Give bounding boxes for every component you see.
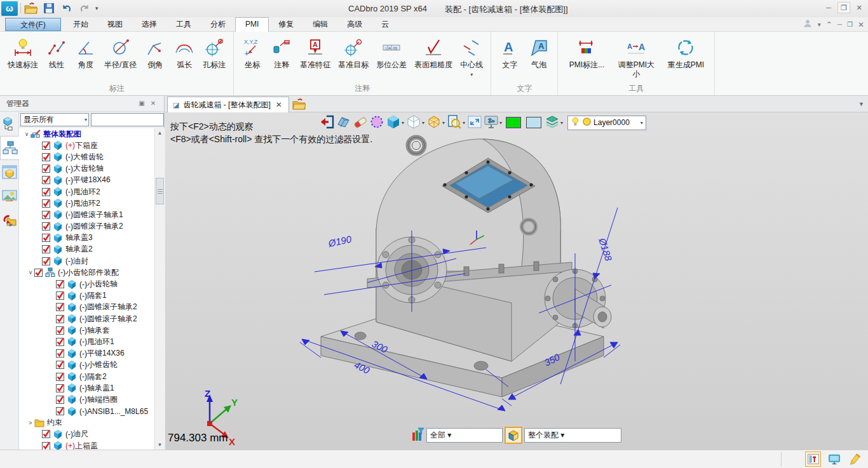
- tree-row[interactable]: (-)轴承套: [19, 324, 154, 336]
- ribbon-button-注释[interactable]: 注释: [267, 34, 296, 72]
- save-button[interactable]: [42, 1, 56, 15]
- menu-tab-分析[interactable]: 分析: [201, 17, 235, 32]
- tree-row[interactable]: (-)大锥齿轮: [19, 151, 154, 163]
- tree-checkbox[interactable]: [56, 338, 64, 346]
- ribbon-button-线性[interactable]: 线性: [42, 34, 71, 72]
- menu-tab-PMI[interactable]: PMI: [235, 17, 269, 32]
- ribbon-button-表面粗糙度[interactable]: 表面粗糙度: [410, 34, 456, 72]
- open-file-button[interactable]: [292, 98, 308, 110]
- tree-row[interactable]: 轴承盖2: [19, 244, 154, 255]
- tree-checkbox[interactable]: [56, 326, 64, 335]
- tab-close-icon[interactable]: ✕: [275, 100, 283, 109]
- app-logo-icon[interactable]: ω: [1, 1, 18, 16]
- menu-tab-高级[interactable]: 高级: [337, 17, 372, 32]
- doc-minimize-button[interactable]: ─: [837, 21, 842, 28]
- tree-checkbox[interactable]: [34, 269, 43, 277]
- gear-reducer-model[interactable]: Ø190 Ø188 300 400 350: [165, 112, 868, 450]
- panel-float-button[interactable]: ▣: [137, 99, 146, 108]
- ribbon-button-气泡[interactable]: A气泡: [524, 34, 553, 72]
- tree-row[interactable]: >约束: [19, 417, 154, 429]
- collapse-ribbon-icon[interactable]: ⌃: [826, 20, 832, 29]
- manager-tab-image-export[interactable]: [0, 184, 19, 208]
- restore-button[interactable]: ❐: [837, 2, 850, 13]
- tree-checkbox[interactable]: [42, 176, 50, 184]
- redo-button[interactable]: [78, 1, 92, 15]
- tree-checkbox[interactable]: [56, 384, 64, 392]
- ribbon-button-重生成PMI[interactable]: 重生成PMI: [661, 34, 710, 72]
- doc-close-button[interactable]: ✕: [858, 20, 864, 29]
- tree-row[interactable]: (-)油封: [19, 255, 154, 267]
- tree-checkbox[interactable]: [56, 407, 64, 415]
- tree-row[interactable]: (-)圆锥滚子轴承2: [19, 313, 154, 324]
- scope-dropdown[interactable]: 整个装配 ▾: [524, 428, 621, 443]
- filter-icon[interactable]: [412, 427, 424, 444]
- tree-row[interactable]: (-)轴承盖1: [19, 382, 154, 394]
- tree-row[interactable]: (-)轴端挡圈: [19, 394, 154, 405]
- tree-checkbox[interactable]: [56, 349, 64, 358]
- user-account-icon[interactable]: [803, 18, 813, 30]
- tree-row[interactable]: (-)圆锥滚子轴承1: [19, 209, 154, 220]
- scrollbar-thumb[interactable]: [156, 178, 164, 204]
- tree-row[interactable]: (-)ANSIB1..._M8L65: [19, 406, 154, 417]
- manager-tab-part-tree[interactable]: [0, 112, 19, 136]
- menu-tab-云[interactable]: 云: [372, 17, 398, 32]
- document-tab[interactable]: ◪ 齿轮减速箱 - [整体装配图] ✕: [167, 97, 289, 112]
- tree-scrollbar[interactable]: ▲ ▼: [154, 128, 165, 450]
- tree-row[interactable]: (-)隔套1: [19, 290, 154, 302]
- ribbon-button-孔标注[interactable]: 孔标注: [199, 34, 229, 72]
- manager-tab-assembly-tree[interactable]: [0, 136, 19, 160]
- tree-row[interactable]: (-)小锥齿轮: [19, 359, 154, 371]
- ribbon-button-基准特征[interactable]: A基准特征: [296, 34, 334, 72]
- close-button[interactable]: ✕: [853, 2, 865, 13]
- tree-row[interactable]: (-)平键14X36: [19, 348, 154, 359]
- scroll-down-icon[interactable]: ▼: [155, 440, 165, 450]
- tree-row[interactable]: (-)油尺: [19, 429, 154, 440]
- minimize-button[interactable]: ─: [822, 2, 835, 13]
- tree-row[interactable]: (-)甩油环2: [19, 186, 154, 197]
- tree-root-row[interactable]: ∨整体装配图: [19, 128, 154, 140]
- menu-tab-选择[interactable]: 选择: [132, 17, 166, 32]
- menu-tab-修复[interactable]: 修复: [269, 17, 303, 32]
- entity-filter-dropdown[interactable]: 全部 ▾: [426, 428, 503, 443]
- ribbon-button-弧长[interactable]: 弧长: [170, 34, 199, 72]
- tree-checkbox[interactable]: [56, 315, 64, 323]
- ribbon-button-PMI标注...[interactable]: PMI标注...: [562, 34, 611, 72]
- menu-tab-工具[interactable]: 工具: [166, 17, 201, 32]
- viewport-3d[interactable]: 按下<F2>动态的观察 <F8>或者<Shift-roll> 查找下一个有效的过…: [165, 112, 868, 450]
- quickaccess-caret-icon[interactable]: ▾: [95, 5, 98, 11]
- tree-row[interactable]: (-)小齿轮轴: [19, 278, 154, 290]
- tree-row[interactable]: (-)甩油环1: [19, 336, 154, 347]
- tree-checkbox[interactable]: [42, 211, 50, 219]
- tree-row[interactable]: (+)下箱座: [19, 140, 154, 151]
- tree-checkbox[interactable]: [56, 303, 64, 311]
- tree-checkbox[interactable]: [42, 234, 50, 242]
- statusbar-toolbox-button[interactable]: [805, 451, 821, 467]
- expander-open-icon[interactable]: ∨: [23, 131, 31, 137]
- ribbon-button-文字[interactable]: A文字: [495, 34, 524, 72]
- doc-restore-button[interactable]: ❐: [847, 21, 853, 28]
- tree-row[interactable]: (-)圆锥滚子轴承2: [19, 221, 154, 232]
- tree-checkbox[interactable]: [42, 199, 50, 208]
- ribbon-button-基准目标[interactable]: 基准目标: [334, 34, 372, 72]
- tree-search-input[interactable]: [91, 113, 164, 126]
- menu-tab-编辑[interactable]: 编辑: [303, 17, 337, 32]
- manager-tab-view-cube[interactable]: [0, 160, 19, 184]
- menu-tab-视图[interactable]: 视图: [98, 17, 132, 32]
- tree-checkbox[interactable]: [42, 430, 50, 438]
- tree-row[interactable]: (-)平键18X46: [19, 175, 154, 186]
- ribbon-button-坐标[interactable]: X,Y,Z+坐标: [238, 34, 267, 72]
- tree-checkbox[interactable]: [56, 280, 64, 288]
- ribbon-button-形位公差[interactable]: ⊥A.01形位公差: [372, 34, 410, 72]
- statusbar-monitor-button[interactable]: [826, 451, 842, 467]
- ribbon-button-快速标注[interactable]: 快速标注: [4, 34, 42, 72]
- tree-row[interactable]: ∨(-)小齿轮部件装配: [19, 267, 154, 278]
- tree-row[interactable]: (-)圆锥滚子轴承2: [19, 302, 154, 313]
- tree-checkbox[interactable]: [56, 361, 64, 369]
- tree-checkbox[interactable]: [56, 373, 64, 381]
- tree-checkbox[interactable]: [42, 153, 50, 161]
- menu-tab-开始[interactable]: 开始: [64, 17, 98, 32]
- tree-row[interactable]: (-)大齿轮轴: [19, 163, 154, 175]
- open-button[interactable]: [24, 1, 38, 15]
- expander-open-icon[interactable]: ∨: [27, 269, 34, 276]
- tree-row[interactable]: (+)上箱盖: [19, 440, 154, 450]
